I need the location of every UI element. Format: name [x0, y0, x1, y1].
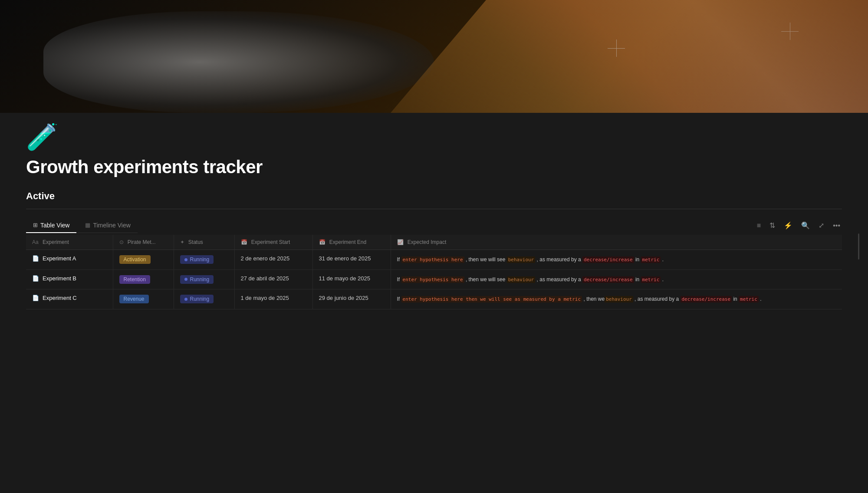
hypo-enter: enter hypothesis here — [401, 276, 464, 283]
hypo-behaviour: behaviour — [507, 276, 536, 283]
lightning-icon: ⚡ — [784, 221, 792, 230]
status-dot — [184, 278, 187, 281]
experiment-cell-0[interactable]: 📄Experiment A — [26, 250, 113, 270]
status-cell-0: Running — [174, 250, 234, 270]
tab-timeline-view[interactable]: ▦ Timeline View — [78, 218, 137, 233]
pirate-tag[interactable]: Retention — [119, 275, 150, 284]
experiment-col-icon: Aa — [32, 239, 39, 245]
more-icon: ••• — [833, 222, 840, 230]
impact-cell-1: If enter hypothesis here , then we will … — [391, 270, 842, 289]
status-col-icon: ✦ — [180, 239, 184, 245]
status-badge[interactable]: Running — [180, 255, 214, 264]
doc-icon: 📄 — [32, 275, 39, 282]
table-row[interactable]: 📄Experiment AActivationRunning2 de enero… — [26, 250, 842, 270]
col-header-pirate: ⊙ Pirate Met... — [113, 235, 174, 250]
end-date-cell-0: 31 de enero de 2025 — [312, 250, 391, 270]
hypo-prefix: If — [397, 276, 401, 283]
hypo-suffix: . — [759, 296, 762, 302]
hypo-behaviour: behaviour — [605, 296, 633, 302]
crosshair-1-decoration — [608, 39, 625, 57]
start-date-cell-0: 2 de enero de 2025 — [234, 250, 312, 270]
col-header-start: 📅 Experiment Start — [234, 235, 312, 250]
col-header-impact: 📈 Expected Impact — [391, 235, 842, 250]
doc-icon: 📄 — [32, 255, 39, 262]
start-date: 2 de enero de 2025 — [241, 255, 290, 262]
start-date-cell-1: 27 de abril de 2025 — [234, 270, 312, 289]
doc-icon: 📄 — [32, 295, 39, 301]
start-date: 1 de mayo de 2025 — [241, 295, 289, 301]
table-view-icon: ⊞ — [33, 222, 38, 228]
table-row[interactable]: 📄Experiment CRevenueRunning1 de mayo de … — [26, 289, 842, 309]
impact-col-icon: 📈 — [397, 239, 404, 245]
pirate-tag[interactable]: Activation — [119, 255, 151, 264]
hypo-middle3: in — [732, 296, 739, 302]
scroll-handle[interactable] — [858, 233, 859, 260]
hypo-prefix: If — [397, 296, 401, 302]
experiment-name: Experiment B — [43, 275, 76, 282]
hypo-prefix: If — [397, 256, 401, 263]
expand-button[interactable]: ⤢ — [817, 220, 826, 231]
status-cell-1: Running — [174, 270, 234, 289]
hypo-change: decrease/increase — [582, 256, 634, 263]
sort-icon: ⇅ — [769, 221, 775, 230]
start-date: 27 de abril de 2025 — [241, 275, 289, 282]
end-date: 29 de junio de 2025 — [319, 295, 368, 301]
hypothesis-text: If enter hypothesis here , then we will … — [397, 255, 836, 264]
hypo-metric: metric — [641, 276, 661, 283]
status-dot — [184, 298, 187, 301]
hypo-middle1: , then we will see — [464, 256, 507, 263]
pirate-tag[interactable]: Revenue — [119, 295, 149, 303]
experiment-cell-1[interactable]: 📄Experiment B — [26, 270, 113, 289]
hypo-middle2: , as measured by a — [535, 276, 582, 283]
end-date-cell-1: 11 de mayo de 2025 — [312, 270, 391, 289]
more-options-button[interactable]: ••• — [831, 220, 842, 231]
col-header-end: 📅 Experiment End — [312, 235, 391, 250]
filter-button[interactable]: ≡ — [755, 220, 763, 231]
start-date-cell-2: 1 de mayo de 2025 — [234, 289, 312, 309]
impact-cell-2: If enter hypothesis here then we will se… — [391, 289, 842, 309]
status-cell-2: Running — [174, 289, 234, 309]
table-header-row: Aa Experiment ⊙ Pirate Met... ✦ Status 📅… — [26, 235, 842, 250]
automation-button[interactable]: ⚡ — [782, 220, 794, 231]
hypothesis-text: If enter hypothesis here then we will se… — [397, 295, 836, 304]
tab-table-view[interactable]: ⊞ Table View — [26, 218, 76, 233]
pirate-cell-1: Retention — [113, 270, 174, 289]
end-col-icon: 📅 — [319, 239, 326, 245]
status-badge[interactable]: Running — [180, 295, 214, 303]
status-badge[interactable]: Running — [180, 275, 214, 284]
pirate-col-icon: ⊙ — [119, 239, 124, 245]
space-panel-decoration — [391, 0, 868, 113]
experiment-cell-2[interactable]: 📄Experiment C — [26, 289, 113, 309]
hypo-metric: metric — [739, 296, 759, 302]
experiment-name: Experiment A — [43, 255, 76, 262]
astronaut-decoration — [43, 11, 434, 113]
hypo-middle2: , as measured by a — [535, 256, 582, 263]
table-row[interactable]: 📄Experiment BRetentionRunning27 de abril… — [26, 270, 842, 289]
toolbar: ≡ ⇅ ⚡ 🔍 ⤢ ••• — [755, 216, 842, 235]
tabs-toolbar-row: ⊞ Table View ▦ Timeline View ≡ ⇅ ⚡ 🔍 ⤢ — [26, 216, 842, 235]
sort-button[interactable]: ⇅ — [768, 220, 777, 231]
hypo-middle1: , then we will see — [464, 276, 507, 283]
hypo-middle3: in — [634, 256, 641, 263]
search-button[interactable]: 🔍 — [799, 220, 812, 231]
col-header-experiment: Aa Experiment — [26, 235, 113, 250]
timeline-view-icon: ▦ — [85, 222, 90, 228]
pirate-cell-0: Activation — [113, 250, 174, 270]
hypo-enter: enter hypothesis here then we will see a… — [401, 296, 582, 302]
expand-icon: ⤢ — [819, 221, 824, 230]
hypo-change: decrease/increase — [582, 276, 634, 283]
experiments-table: Aa Experiment ⊙ Pirate Met... ✦ Status 📅… — [26, 235, 842, 309]
hypo-middle2: , as measured by a — [633, 296, 681, 302]
end-date: 11 de mayo de 2025 — [319, 275, 371, 282]
tab-table-label: Table View — [40, 222, 69, 229]
tabs-bar: ⊞ Table View ▦ Timeline View — [26, 218, 138, 233]
hypo-middle3: in — [634, 276, 641, 283]
section-divider — [26, 209, 842, 209]
hypo-suffix: . — [661, 276, 664, 283]
hypo-enter: enter hypothesis here — [401, 256, 464, 263]
status-label: Running — [190, 256, 210, 263]
tab-timeline-label: Timeline View — [93, 222, 130, 229]
col-header-status: ✦ Status — [174, 235, 234, 250]
pirate-cell-2: Revenue — [113, 289, 174, 309]
section-title: Active — [26, 191, 842, 202]
